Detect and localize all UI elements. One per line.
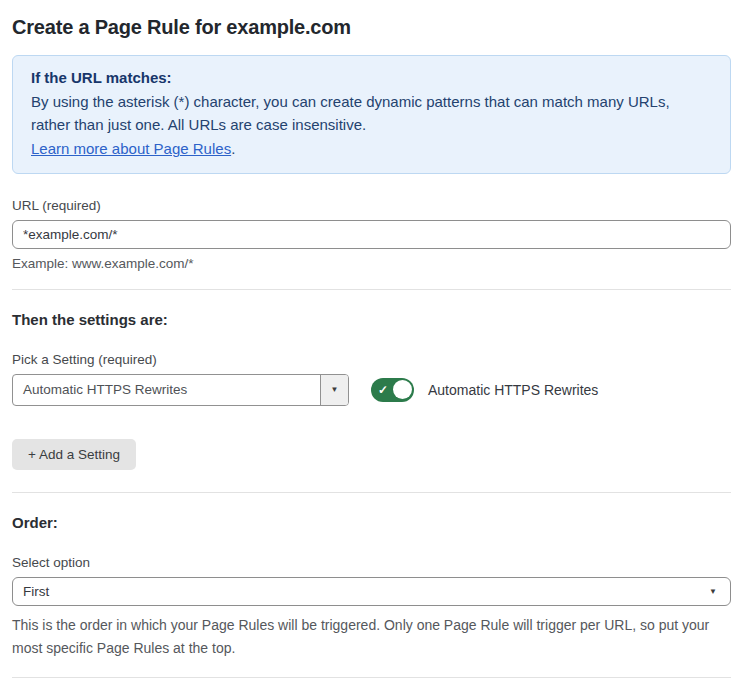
page-rule-form: Create a Page Rule for example.com If th… [0,0,743,686]
info-box-link-line: Learn more about Page Rules. [31,137,712,161]
divider [12,492,731,493]
info-box-body: By using the asterisk (*) character, you… [31,90,712,137]
url-input[interactable] [12,220,731,249]
settings-section-heading: Then the settings are: [12,311,731,328]
order-select-value: First [23,584,49,599]
check-icon: ✓ [378,384,388,396]
page-title: Create a Page Rule for example.com [12,16,731,39]
url-example-helper: Example: www.example.com/* [12,256,731,271]
url-matches-info-box: If the URL matches: By using the asteris… [12,55,731,174]
setting-select[interactable]: Automatic HTTPS Rewrites ▼ [12,374,349,406]
https-rewrites-toggle[interactable]: ✓ [371,378,414,402]
divider [12,289,731,290]
setting-select-arrow-button[interactable]: ▼ [320,375,348,405]
url-field-label: URL (required) [12,198,731,213]
learn-more-link[interactable]: Learn more about Page Rules [31,140,231,157]
link-suffix: . [231,140,235,157]
order-select-label: Select option [12,555,731,570]
order-select[interactable]: First ▼ [12,577,731,606]
order-helper-text: This is the order in which your Page Rul… [12,614,712,659]
info-box-heading: If the URL matches: [31,66,712,90]
toggle-label: Automatic HTTPS Rewrites [428,382,598,398]
setting-row: Automatic HTTPS Rewrites ▼ ✓ Automatic H… [12,374,731,406]
pick-setting-label: Pick a Setting (required) [12,352,731,367]
chevron-down-icon: ▼ [709,587,717,596]
order-section-heading: Order: [12,514,731,531]
divider [12,677,731,678]
setting-select-value: Automatic HTTPS Rewrites [13,375,320,405]
add-setting-button[interactable]: + Add a Setting [12,439,136,471]
chevron-down-icon: ▼ [331,385,339,394]
toggle-knob [393,380,412,399]
